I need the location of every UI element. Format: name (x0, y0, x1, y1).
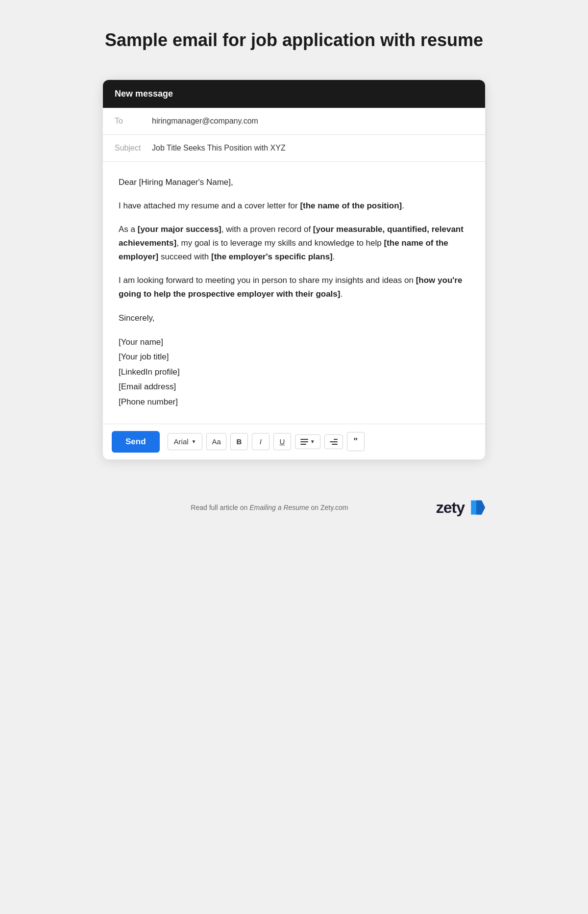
paragraph2-start: As a (119, 225, 138, 234)
send-button[interactable]: Send (112, 431, 160, 453)
sig-phone: [Phone number] (119, 395, 469, 410)
italic-label: I (260, 437, 262, 446)
footer-link[interactable]: Emailing a Resume (249, 504, 309, 511)
bold-label: B (236, 437, 242, 446)
closing-paragraph: Sincerely, (119, 311, 469, 325)
email-body[interactable]: Dear [Hiring Manager's Name], I have att… (103, 162, 485, 423)
to-value[interactable]: hiringmanager@company.com (152, 117, 258, 126)
greeting-text: Dear [Hiring Manager's Name], (119, 178, 233, 187)
sig-name: [Your name] (119, 335, 469, 350)
paragraph2-mid3: succeed with (158, 252, 211, 261)
quote-button[interactable]: " (347, 432, 365, 451)
paragraph1-end: . (402, 201, 404, 210)
sig-linkedin: [LinkedIn profile] (119, 365, 469, 380)
align-lines-icon (300, 439, 308, 445)
paragraph1-bold: [the name of the position] (300, 201, 402, 210)
paragraph3-start: I am looking forward to meeting you in p… (119, 276, 416, 285)
bold-button[interactable]: B (230, 433, 248, 450)
paragraph-1: I have attached my resume and a cover le… (119, 199, 469, 213)
underline-label: U (279, 437, 285, 446)
zety-brand: zety (436, 499, 465, 517)
svg-marker-1 (476, 501, 485, 515)
align-button[interactable]: ▼ (295, 434, 320, 449)
subject-value[interactable]: Job Title Seeks This Position with XYZ (152, 144, 286, 152)
sig-email: [Email address] (119, 380, 469, 395)
quote-label: " (353, 436, 358, 447)
paragraph2-end: . (333, 252, 335, 261)
paragraph-3: I am looking forward to meeting you in p… (119, 274, 469, 301)
email-toolbar: Send Arial ▼ Aa B I U ▼ (103, 424, 485, 459)
underline-button[interactable]: U (273, 433, 291, 450)
sig-job-title: [Your job title] (119, 350, 469, 365)
paragraph2-mid2: , my goal is to leverage my skills and k… (176, 238, 384, 248)
indent-button[interactable] (324, 434, 343, 449)
zety-icon (467, 499, 485, 516)
greeting-paragraph: Dear [Hiring Manager's Name], (119, 176, 469, 189)
email-header: New message (103, 80, 485, 108)
signature-block: [Your name] [Your job title] [LinkedIn p… (119, 335, 469, 410)
font-chevron-icon: ▼ (192, 439, 196, 444)
paragraph3-end: . (340, 289, 343, 299)
font-size-label: Aa (212, 437, 220, 446)
italic-button[interactable]: I (252, 433, 270, 450)
paragraph1-start: I have attached my resume and a cover le… (119, 201, 300, 210)
font-selector[interactable]: Arial ▼ (168, 433, 203, 450)
paragraph2-bold4: [the employer's specific plans] (211, 252, 333, 261)
footer: Read full article on Emailing a Resume o… (103, 499, 485, 517)
paragraph2-mid1: , with a proven record of (221, 225, 313, 234)
email-header-title: New message (115, 89, 173, 99)
subject-label: Subject (115, 144, 144, 152)
footer-text-end: on Zety.com (309, 504, 348, 511)
indent-icon (330, 439, 338, 445)
zety-logo: zety (436, 499, 485, 517)
paragraph2-bold1: [your major success] (138, 225, 221, 234)
align-chevron-icon: ▼ (310, 439, 315, 444)
footer-text-start: Read full article on (191, 504, 249, 511)
page-title: Sample email for job application with re… (105, 29, 483, 51)
to-field: To hiringmanager@company.com (103, 108, 485, 135)
font-size-button[interactable]: Aa (206, 433, 226, 450)
font-label: Arial (174, 437, 189, 446)
subject-field: Subject Job Title Seeks This Position wi… (103, 135, 485, 162)
closing-text: Sincerely, (119, 313, 154, 323)
email-compose-window: New message To hiringmanager@company.com… (103, 80, 485, 459)
to-label: To (115, 117, 144, 126)
paragraph-2: As a [your major success], with a proven… (119, 223, 469, 264)
